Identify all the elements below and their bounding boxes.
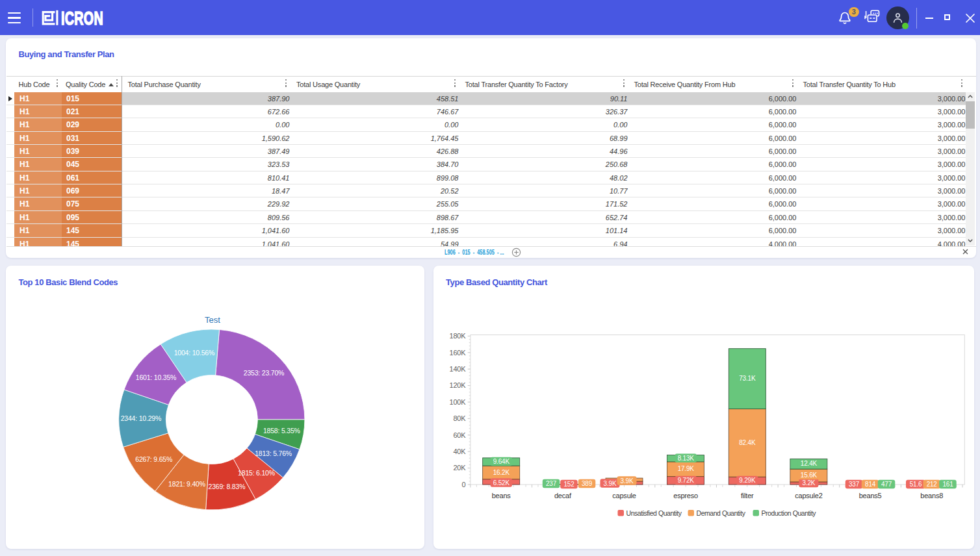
svg-text:337: 337 [849,481,860,488]
svg-text:beans8: beans8 [920,492,943,499]
svg-text:160K: 160K [450,349,467,357]
svg-text:80K: 80K [453,414,466,422]
svg-text:152: 152 [563,481,574,488]
svg-text:6267: 9.65%: 6267: 9.65% [135,455,172,463]
svg-text:1004: 10.56%: 1004: 10.56% [174,349,214,357]
svg-text:1813: 5.76%: 1813: 5.76% [255,449,292,457]
svg-text:2369: 8.83%: 2369: 8.83% [209,483,246,490]
svg-text:9.72K: 9.72K [678,477,695,484]
svg-text:12.4K: 12.4K [801,460,818,467]
svg-text:1858: 5.35%: 1858: 5.35% [263,427,300,435]
svg-text:2344: 10.29%: 2344: 10.29% [121,414,161,422]
svg-text:8.13K: 8.13K [678,455,695,462]
svg-text:Production Quantity: Production Quantity [762,509,817,517]
svg-text:120K: 120K [450,381,467,389]
svg-text:beans5: beans5 [859,492,882,499]
svg-text:9.29K: 9.29K [739,477,756,484]
svg-text:capsule2: capsule2 [795,492,823,499]
svg-text:capsule: capsule [612,492,636,499]
svg-text:6.52K: 6.52K [493,479,510,486]
svg-text:3.2K: 3.2K [803,479,816,486]
svg-text:814: 814 [865,481,876,488]
svg-text:140K: 140K [450,365,467,373]
svg-text:1601: 10.35%: 1601: 10.35% [136,373,176,381]
svg-text:73.1K: 73.1K [739,375,756,382]
svg-text:161: 161 [942,481,953,488]
svg-text:1815: 6.10%: 1815: 6.10% [238,469,275,477]
svg-text:9.64K: 9.64K [493,458,510,465]
svg-text:15.6K: 15.6K [801,472,818,479]
svg-text:16.2K: 16.2K [493,469,510,476]
svg-text:2353: 23.70%: 2353: 23.70% [244,369,284,377]
svg-text:20K: 20K [453,464,466,472]
svg-text:filter: filter [741,492,754,499]
svg-text:Demand Quantity: Demand Quantity [697,509,746,517]
svg-text:3.9K: 3.9K [604,480,617,487]
svg-text:0: 0 [461,481,465,488]
svg-text:3.9K: 3.9K [621,477,634,485]
svg-text:decaf: decaf [554,492,572,499]
svg-text:17.9K: 17.9K [678,465,695,472]
svg-text:51.6: 51.6 [910,481,922,488]
svg-text:237: 237 [546,480,557,487]
svg-text:Unsatisfied Quantity: Unsatisfied Quantity [626,509,682,517]
svg-text:60K: 60K [453,431,466,439]
svg-text:100K: 100K [450,398,467,406]
svg-text:1821: 9.40%: 1821: 9.40% [168,480,205,488]
svg-text:40K: 40K [453,448,466,455]
svg-text:espreso: espreso [673,492,698,499]
svg-text:82.4K: 82.4K [739,439,756,446]
svg-text:477: 477 [881,481,892,488]
svg-text:389: 389 [582,480,593,487]
svg-text:beans: beans [492,492,511,499]
svg-text:180K: 180K [450,332,467,340]
svg-text:212: 212 [927,481,938,488]
